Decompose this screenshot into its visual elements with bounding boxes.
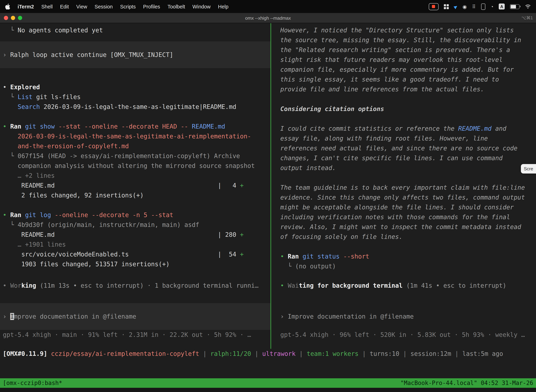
menu-session[interactable]: Session: [95, 4, 113, 9]
window-bottom-edge: [0, 388, 536, 392]
agents-status-line: └ No agents completed yet: [0, 25, 270, 35]
reasoning-line: review. Also, I might want to inspect th…: [271, 222, 536, 232]
zoom-button[interactable]: [18, 16, 22, 20]
diffstat-line: README.md | 4 +: [0, 181, 270, 190]
gauge-icon[interactable]: ◔: [490, 4, 493, 9]
minimize-button[interactable]: [11, 16, 15, 20]
location-arrow-icon[interactable]: ▶: [453, 4, 458, 9]
prompt-input-text: › Improve documentation in @filename: [271, 312, 536, 321]
reasoning-line: essay file, along with finding root file…: [271, 134, 536, 143]
apple-logo-icon: [5, 3, 10, 10]
reasoning-line: might be acceptable alongside the file l…: [271, 202, 536, 212]
menu-iterm2[interactable]: iTerm2: [18, 4, 34, 9]
desktop: iTerm2 Shell Edit View Session Scripts P…: [0, 0, 536, 392]
reasoning-line: companion file, especially if more comme…: [271, 65, 536, 75]
record-dot-icon: [432, 5, 435, 8]
reasoning-line: references need actual files, and since …: [271, 143, 536, 153]
title-bar[interactable]: omx --xhigh --madmax ⌥⌘1: [0, 13, 536, 23]
ralph-loop-text: › Ralph loop active continue [OMX_TMUX_I…: [0, 50, 270, 60]
apple-menu[interactable]: [5, 3, 10, 10]
menu-toolbelt[interactable]: Toolbelt: [168, 4, 185, 9]
reasoning-line: slight risk that future readers may over…: [271, 55, 536, 65]
reasoning-line: including verification notes with those …: [271, 212, 536, 222]
model-status-line: gpt-5.4 xhigh · main · 91% left · 2.31M …: [0, 330, 270, 340]
tmux-session-label: [omx-cczip0:bash*: [3, 380, 62, 386]
terminal-line: └ List git ls-files: [0, 92, 270, 102]
menu-help[interactable]: Help: [218, 4, 229, 9]
screen-share-overlay[interactable]: Scre: [521, 164, 536, 173]
left-pane: └ No agents completed yet › Ralph loop a…: [0, 23, 270, 349]
reasoning-line: this single essay, it seems like a good …: [271, 75, 536, 84]
prompt-input-text: › Improve documentation in @filename: [0, 312, 270, 321]
ralph-loop-banner: › Ralph loop active continue [OMX_TMUX_I…: [0, 42, 270, 68]
keyboard-input-icon[interactable]: A: [499, 4, 505, 9]
window-shortcut-badge: ⌥⌘1: [522, 15, 533, 20]
circle-status-icon[interactable]: ◉: [463, 4, 467, 9]
terminal-line: └ 067f154 (HEAD -> essay/ai-reimplementa…: [0, 151, 270, 161]
window-title: omx --xhigh --madmax: [245, 15, 291, 21]
terminal-line: └ 4b9d30f (origin/main, instructkr/main,…: [0, 220, 270, 230]
menu-scripts[interactable]: Scripts: [120, 4, 136, 9]
reasoning-line: the "Related research writing" section i…: [271, 45, 536, 55]
reasoning-heading: Considering citation options: [271, 104, 536, 114]
terminal-line: Search 2026-03-09-is-legal-the-same-as-l…: [0, 102, 270, 112]
prompt-input[interactable]: › Improve documentation in @filename: [0, 303, 270, 330]
diffstat-line: README.md | 280 +: [0, 230, 270, 240]
traffic-lights: [0, 16, 22, 20]
explored-header: • Explored: [0, 82, 270, 92]
wifi-icon[interactable]: [525, 4, 531, 9]
reasoning-line: evidence. Since this change only affects…: [271, 192, 536, 202]
diffstat-summary-line: 1903 files changed, 513517 insertions(+): [0, 259, 270, 269]
menu-view[interactable]: View: [76, 4, 87, 9]
reasoning-line: However, I noticed the "Directory Struct…: [271, 25, 536, 35]
reasoning-line: The team guideline is to back every impo…: [271, 183, 536, 192]
terminal-line: … +2 lines: [0, 171, 270, 181]
diffstat-summary-line: 2 files changed, 92 insertions(+): [0, 190, 270, 200]
tmux-host-time-label: "MacBook-Pro-44.local" 04:52 31-Mar-26: [400, 380, 533, 386]
screen: iTerm2 Shell Edit View Session Scripts P…: [0, 0, 536, 392]
diffstat-line: src/voice/voiceModeEnabled.ts | 54 +: [0, 249, 270, 259]
menu-shell[interactable]: Shell: [41, 4, 53, 9]
screen-recording-indicator-icon[interactable]: [429, 3, 439, 10]
phone-mirroring-icon[interactable]: [481, 3, 485, 10]
waiting-status-line: • Waiting for background terminal (1m 41…: [271, 281, 536, 290]
battery-icon[interactable]: [510, 4, 519, 9]
tmux-status-bar: [omx-cczip0:bash* "MacBook-Pro-44.local"…: [0, 378, 536, 388]
reasoning-line: of focusing solely on file lines.: [271, 232, 536, 242]
menu-profiles[interactable]: Profiles: [143, 4, 160, 9]
right-pane: However, I noticed the "Directory Struct…: [271, 23, 536, 349]
terminal-line: companion analysis without altering the …: [0, 161, 270, 171]
reasoning-line: changes, I can't cite specific file line…: [271, 153, 536, 163]
menu-edit[interactable]: Edit: [60, 4, 69, 9]
working-status-line: • Working (11m 13s • esc to interrupt) ·…: [0, 281, 270, 290]
terminal-line: 2026-03-09-is-legal-the-same-as-legitima…: [0, 131, 270, 141]
terminal-line: └ (no output): [271, 261, 536, 271]
menu-window[interactable]: Window: [192, 4, 211, 9]
battery-fill: [511, 5, 516, 8]
reasoning-line: provide file and line references from th…: [271, 84, 536, 94]
terminal-line: and-the-erosion-of-copyleft.md: [0, 141, 270, 151]
terminal-line: … +1901 lines: [0, 240, 270, 249]
window-grid-icon[interactable]: [444, 4, 449, 9]
model-status-line: gpt-5.4 xhigh · 96% left · 520K in · 5.8…: [271, 330, 536, 340]
terminal-panes: └ No agents completed yet › Ralph loop a…: [0, 23, 536, 349]
omx-status-line: [OMX#0.11.9] cczip/essay/ai-reimplementa…: [0, 349, 536, 359]
menu-bar: iTerm2 Shell Edit View Session Scripts P…: [0, 0, 536, 13]
app-grid-icon[interactable]: ⠿: [472, 4, 476, 9]
close-button[interactable]: [4, 16, 8, 20]
reasoning-line: the source tree, missing the essay. Stil…: [271, 35, 536, 45]
ran-git-log-line: • Ran git log --oneline --decorate -n 5 …: [0, 210, 270, 220]
reasoning-line: I could cite commit statistics or refere…: [271, 124, 536, 134]
prompt-input-inactive[interactable]: › Improve documentation in @filename: [271, 303, 536, 330]
reasoning-line: output instead.: [271, 163, 536, 173]
ran-git-status-line: • Ran git status --short: [271, 252, 536, 261]
ran-git-show-line: • Ran git show --stat --oneline --decora…: [0, 121, 270, 131]
